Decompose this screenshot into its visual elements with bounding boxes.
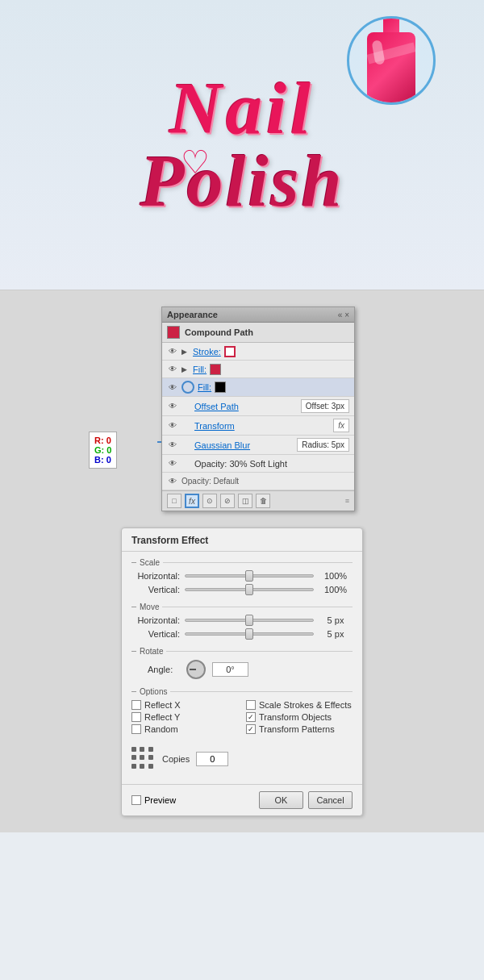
delete-btn[interactable]: ⊘ bbox=[220, 494, 235, 508]
random-row[interactable]: Random bbox=[131, 724, 238, 734]
move-horizontal-value: 5 px bbox=[319, 615, 353, 625]
stroke-swatch[interactable] bbox=[224, 346, 236, 357]
move-horizontal-track[interactable] bbox=[185, 619, 314, 622]
copies-icon bbox=[131, 747, 156, 771]
preview-checkbox[interactable] bbox=[131, 795, 141, 805]
fill-black-link[interactable]: Fill: bbox=[198, 382, 211, 392]
move-up-btn[interactable]: ◫ bbox=[238, 494, 252, 508]
move-vertical-value: 5 px bbox=[319, 629, 353, 639]
reflect-y-row[interactable]: Reflect Y bbox=[131, 712, 238, 722]
expand-arrow-fill-red[interactable]: ▶ bbox=[182, 365, 190, 373]
selected-indicator bbox=[182, 381, 194, 394]
angle-input[interactable] bbox=[212, 662, 248, 677]
nail-polish-artwork: Nail ♡ Polish bbox=[140, 73, 344, 218]
bottle-body bbox=[367, 32, 415, 105]
move-vertical-track[interactable] bbox=[185, 632, 314, 636]
cancel-button[interactable]: Cancel bbox=[308, 791, 353, 809]
preview-row[interactable]: Preview bbox=[131, 795, 176, 805]
layer-row-offset-path[interactable]: 👁 Offset Path Offset: 3px bbox=[162, 397, 354, 416]
visibility-icon-offset[interactable]: 👁 bbox=[167, 402, 178, 411]
move-section: Move Horizontal: 5 px Vertical: 5 px bbox=[131, 603, 353, 639]
transform-link[interactable]: Transform bbox=[194, 421, 235, 431]
scale-horizontal-value: 100% bbox=[319, 571, 353, 581]
random-checkbox[interactable] bbox=[131, 724, 141, 734]
options-section-label: Options bbox=[131, 687, 353, 696]
options-section: Options Reflect X Scale Strokes & Effect… bbox=[131, 687, 353, 734]
transform-objects-checkbox[interactable] bbox=[246, 712, 256, 722]
scale-vertical-thumb[interactable] bbox=[245, 584, 253, 595]
transform-effect-panel: Transform Effect Scale Horizontal: 100% … bbox=[121, 528, 363, 816]
preview-label: Preview bbox=[144, 795, 176, 805]
layer-row-fill-red[interactable]: 👁 ▶ Fill: bbox=[162, 361, 354, 378]
expand-arrow-stroke[interactable]: ▶ bbox=[182, 348, 190, 356]
visibility-icon-opacity30[interactable]: 👁 bbox=[167, 459, 178, 469]
gaussian-blur-link[interactable]: Gaussian Blur bbox=[194, 440, 250, 450]
rgb-g-value: G: 0 bbox=[94, 445, 111, 455]
reflect-x-label: Reflect X bbox=[144, 700, 181, 710]
rotate-section-label: Rotate bbox=[131, 647, 353, 656]
visibility-icon-fill-black[interactable]: 👁 bbox=[167, 382, 178, 392]
layer-row-gaussian-blur[interactable]: 👁 Gaussian Blur Radius: 5px bbox=[162, 436, 354, 455]
ok-button[interactable]: OK bbox=[259, 791, 303, 809]
reflect-y-checkbox[interactable] bbox=[131, 712, 141, 722]
rotate-section: Rotate Angle: bbox=[131, 647, 353, 679]
rgb-r-value: R: 0 bbox=[94, 436, 111, 445]
transform-patterns-checkbox[interactable] bbox=[246, 724, 256, 734]
angle-dial[interactable] bbox=[186, 660, 206, 679]
panel-title: Appearance bbox=[167, 310, 218, 319]
move-vertical-thumb[interactable] bbox=[245, 628, 253, 640]
angle-row: Angle: bbox=[131, 660, 353, 679]
reflect-x-row[interactable]: Reflect X bbox=[131, 700, 238, 710]
reflect-y-label: Reflect Y bbox=[144, 712, 180, 722]
radius-badge: Radius: 5px bbox=[297, 438, 349, 452]
fill-red-swatch[interactable] bbox=[210, 364, 221, 375]
transform-patterns-row[interactable]: Transform Patterns bbox=[246, 724, 353, 734]
scale-horizontal-thumb[interactable] bbox=[245, 570, 253, 582]
heart-symbol: ♡ bbox=[181, 144, 210, 181]
offset-path-link[interactable]: Offset Path bbox=[194, 402, 239, 411]
scale-horizontal-track[interactable] bbox=[185, 574, 314, 578]
visibility-icon-opacity-default[interactable]: 👁 bbox=[167, 477, 178, 486]
layer-row-fill-black[interactable]: 👁 Fill: bbox=[162, 378, 354, 397]
scale-vertical-track[interactable] bbox=[185, 588, 314, 591]
reflect-x-checkbox[interactable] bbox=[131, 700, 141, 710]
transform-panel-footer: Preview OK Cancel bbox=[122, 784, 362, 815]
scale-strokes-label: Scale Strokes & Effects bbox=[259, 700, 352, 710]
bottom-section: Transform Effect Scale Horizontal: 100% … bbox=[0, 519, 484, 832]
panel-bottom-bar: □ fx ⊙ ⊘ ◫ 🗑 ≡ bbox=[162, 490, 354, 511]
visibility-icon-fill-red[interactable]: 👁 bbox=[167, 365, 178, 374]
move-horizontal-label: Horizontal: bbox=[131, 615, 180, 625]
transform-objects-row[interactable]: Transform Objects bbox=[246, 712, 353, 722]
scale-horizontal-row: Horizontal: 100% bbox=[131, 571, 353, 581]
artwork-section: Nail ♡ Polish bbox=[0, 0, 484, 290]
panel-window-controls[interactable]: « × bbox=[338, 311, 349, 319]
copies-input[interactable] bbox=[196, 752, 228, 766]
rgb-tooltip: R: 0 G: 0 B: 0 bbox=[89, 432, 117, 469]
options-grid: Reflect X Scale Strokes & Effects Reflec… bbox=[131, 700, 353, 734]
layer-row-opacity-30[interactable]: 👁 Opacity: 30% Soft Light bbox=[162, 455, 354, 473]
layer-row-stroke[interactable]: 👁 ▶ Stroke: bbox=[162, 343, 354, 361]
visibility-icon-stroke[interactable]: 👁 bbox=[167, 347, 178, 357]
fill-red-link[interactable]: Fill: bbox=[193, 365, 207, 374]
transform-patterns-label: Transform Patterns bbox=[259, 724, 335, 734]
fx-menu-btn[interactable]: fx bbox=[185, 494, 199, 508]
move-down-btn[interactable]: 🗑 bbox=[256, 494, 270, 508]
transform-panel-title: Transform Effect bbox=[122, 528, 362, 552]
duplicate-btn[interactable]: ⊙ bbox=[202, 494, 217, 508]
fill-black-swatch[interactable] bbox=[215, 382, 226, 393]
layer-row-opacity-default[interactable]: 👁 Opacity: Default bbox=[162, 473, 354, 490]
angle-label: Angle: bbox=[148, 665, 180, 674]
panel-menu-icon[interactable]: ≡ bbox=[345, 497, 349, 505]
scale-strokes-row[interactable]: Scale Strokes & Effects bbox=[246, 700, 353, 710]
layer-row-transform[interactable]: 👁 Transform fx bbox=[162, 416, 354, 436]
panel-titlebar: Appearance « × bbox=[162, 307, 354, 323]
stroke-link[interactable]: Stroke: bbox=[193, 347, 221, 357]
random-label: Random bbox=[144, 724, 178, 734]
scale-strokes-checkbox[interactable] bbox=[246, 700, 256, 710]
new-layer-btn[interactable]: □ bbox=[167, 494, 182, 508]
visibility-icon-transform[interactable]: 👁 bbox=[167, 421, 178, 431]
move-horizontal-thumb[interactable] bbox=[245, 615, 253, 626]
visibility-icon-blur[interactable]: 👁 bbox=[167, 440, 178, 450]
compound-path-header: Compound Path bbox=[162, 323, 354, 343]
transform-objects-label: Transform Objects bbox=[259, 712, 332, 722]
